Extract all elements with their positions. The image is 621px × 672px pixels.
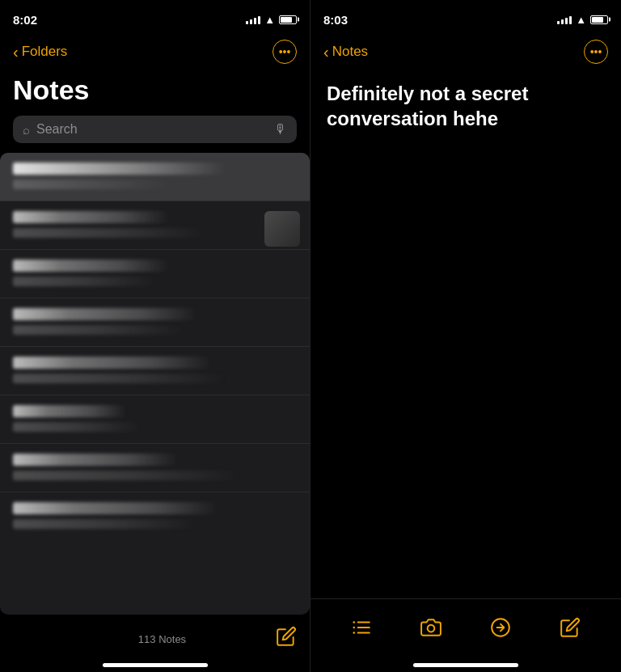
mic-icon: 🎙: [274, 122, 287, 137]
notes-list: [0, 153, 310, 615]
left-panel: 8:02 ▲ ‹ Folders ••• Notes ⌕ Search: [0, 0, 310, 672]
note-content-area[interactable]: Definitely not a secret conversation heh…: [310, 71, 621, 598]
svg-point-4: [353, 626, 355, 628]
compose-button[interactable]: [276, 626, 297, 652]
svg-point-6: [428, 624, 435, 632]
camera-button[interactable]: [413, 610, 449, 645]
ellipsis-icon-left: •••: [279, 45, 291, 58]
wifi-icon-left: ▲: [264, 14, 275, 26]
back-chevron-icon: ‹: [13, 43, 19, 61]
svg-point-5: [353, 632, 355, 634]
svg-point-3: [353, 621, 355, 623]
list-item[interactable]: [0, 444, 310, 492]
list-item[interactable]: [0, 201, 310, 250]
back-to-folders-label: Folders: [22, 44, 68, 60]
status-bar-right: 8:03 ▲: [310, 0, 621, 36]
status-bar-left: 8:02 ▲: [0, 0, 310, 36]
notes-title: Notes: [0, 71, 310, 116]
search-placeholder: Search: [36, 122, 268, 137]
list-item[interactable]: [0, 492, 310, 541]
nav-bar-left: ‹ Folders •••: [0, 36, 310, 71]
home-indicator-right: [413, 663, 518, 667]
status-time-left: 8:02: [13, 13, 37, 27]
search-bar[interactable]: ⌕ Search 🎙: [13, 116, 297, 143]
back-to-folders-button[interactable]: ‹ Folders: [13, 43, 67, 61]
back-chevron-icon-right: ‹: [323, 43, 329, 61]
wifi-icon-right: ▲: [576, 14, 586, 26]
list-item[interactable]: [0, 153, 310, 201]
notes-count: 113 Notes: [49, 633, 276, 645]
back-to-notes-button[interactable]: ‹ Notes: [323, 43, 368, 61]
checklist-button[interactable]: [344, 610, 379, 645]
note-heading: Definitely not a secret conversation heh…: [327, 81, 605, 131]
more-options-right-button[interactable]: •••: [584, 40, 608, 64]
status-icons-right: ▲: [557, 14, 608, 26]
note-thumbnail: [264, 211, 300, 247]
battery-icon-left: [279, 15, 297, 24]
more-options-left-button[interactable]: •••: [272, 40, 297, 64]
bottom-bar-left: 113 Notes: [0, 615, 310, 663]
status-time-right: 8:03: [323, 13, 348, 27]
signal-bars-left: [246, 15, 260, 24]
list-item[interactable]: [0, 347, 310, 395]
list-item[interactable]: [0, 250, 310, 298]
compose-note-button[interactable]: [552, 610, 588, 645]
nav-bar-right: ‹ Notes •••: [310, 36, 621, 71]
bottom-toolbar-right: [310, 598, 621, 663]
right-panel: 8:03 ▲ ‹ Notes ••• Definitely not a secr…: [310, 0, 621, 672]
back-to-notes-label: Notes: [332, 44, 368, 60]
search-icon: ⌕: [23, 123, 30, 137]
home-indicator-left: [103, 663, 208, 667]
ellipsis-icon-right: •••: [590, 45, 602, 58]
battery-icon-right: [590, 15, 608, 24]
markup-button[interactable]: [483, 610, 518, 645]
signal-bars-right: [557, 15, 572, 24]
list-item[interactable]: [0, 298, 310, 347]
status-icons-left: ▲: [246, 14, 297, 26]
list-item[interactable]: [0, 395, 310, 444]
